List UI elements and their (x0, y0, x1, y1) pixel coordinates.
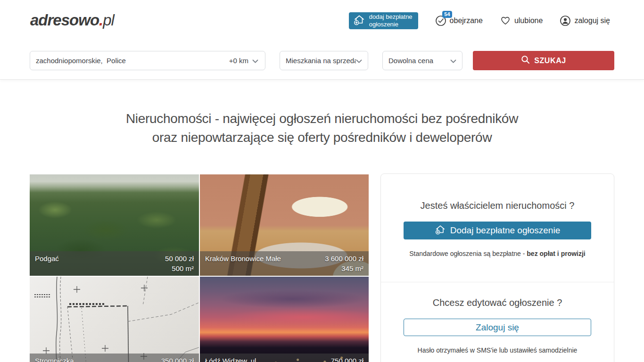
listing-price: 50 000 zł (165, 254, 194, 263)
chevron-down-icon (450, 57, 456, 65)
owner-note: Standardowe ogłoszenia są bezpłatne - be… (404, 250, 591, 257)
page: adresowo.pl dodaj bezpłatne ogłoszenie (0, 0, 644, 362)
listing-price: 3 600 000 zł (325, 254, 363, 263)
location-field: +0 km (30, 51, 265, 70)
viewed-check-icon: 54 (435, 15, 446, 26)
chevron-down-icon (356, 57, 362, 65)
owner-section: Jesteś właścicielem nieruchomości ? Doda… (381, 174, 614, 282)
viewed-label: obejrzane (450, 16, 483, 25)
add-free-listing-label: Dodaj bezpłatne ogłoszenie (450, 225, 560, 236)
add-free-listing-button[interactable]: Dodaj bezpłatne ogłoszenie (404, 222, 591, 239)
logo-dot: . (99, 11, 103, 29)
listing-name: Strompiczka (35, 356, 74, 362)
listing-area: 345 m² (205, 263, 363, 273)
listing-caption: Łódź Widzew, ul. 750 000 zł (200, 354, 369, 362)
listing-name: Podgać (35, 254, 59, 263)
house-plus-icon (353, 14, 365, 28)
add-listing-line1: dodaj bezpłatne (369, 13, 413, 20)
login-button[interactable]: Zaloguj się (404, 319, 591, 336)
page-title-line2: oraz niepowtarzające się oferty pośredni… (152, 130, 492, 145)
add-listing-button[interactable]: dodaj bezpłatne ogłoszenie (349, 12, 418, 29)
login-label: zaloguj się (574, 16, 610, 25)
logo-tld: pl (103, 11, 114, 29)
user-icon (560, 15, 571, 26)
listing-photo-survey-map (30, 277, 199, 362)
listing-card[interactable]: Strompiczka 350 000 zł (30, 277, 199, 362)
site-header: adresowo.pl dodaj bezpłatne ogłoszenie (0, 0, 644, 80)
chevron-down-icon (252, 57, 258, 65)
logo-brand: adresowo (30, 11, 99, 29)
listing-caption: Podgać 50 000 zł 500 m² (30, 251, 199, 276)
search-bar: +0 km Mieszkania na sprzeda Dowolna cena (30, 51, 614, 70)
owner-section-title: Jesteś właścicielem nieruchomości ? (404, 200, 591, 211)
owner-note-text: Standardowe ogłoszenia są bezpłatne - (409, 250, 527, 257)
page-title-line1: Nieruchomości - najwięcej ogłoszeń nieru… (126, 111, 518, 126)
price-value: Dowolna cena (388, 57, 433, 65)
search-button-label: SZUKAJ (534, 57, 566, 65)
category-value: Mieszkania na sprzeda (286, 57, 356, 65)
listing-price: 350 000 zł (161, 356, 194, 362)
radius-select[interactable]: +0 km (229, 57, 265, 65)
search-icon (521, 55, 530, 66)
price-select[interactable]: Dowolna cena (382, 51, 462, 70)
viewed-count-badge: 54 (442, 11, 452, 18)
location-input[interactable] (30, 51, 229, 70)
listing-photo-night-city (200, 277, 369, 362)
listings-grid: Podgać 50 000 zł 500 m² Kraków Bronowice… (30, 174, 369, 362)
login-button-label: Zaloguj się (476, 322, 519, 333)
edit-section-title: Chcesz edytować ogłoszenie ? (404, 297, 591, 308)
radius-value: +0 km (229, 57, 248, 65)
house-plus-icon (435, 224, 446, 238)
listing-name: Kraków Bronowice Małe (205, 254, 281, 263)
owner-panel: Jesteś właścicielem nieruchomości ? Doda… (380, 173, 614, 362)
edit-section: Chcesz edytować ogłoszenie ? Zaloguj się… (381, 282, 614, 354)
nav-item-favorites[interactable]: ulubione (500, 15, 543, 26)
search-button[interactable]: SZUKAJ (473, 51, 614, 70)
logo[interactable]: adresowo.pl (30, 11, 114, 29)
category-select[interactable]: Mieszkania na sprzeda (280, 51, 368, 70)
listing-card[interactable]: Kraków Bronowice Małe 3 600 000 zł 345 m… (200, 174, 369, 276)
survey-map-drawing (30, 277, 199, 362)
page-title: Nieruchomości - najwięcej ogłoszeń nieru… (0, 109, 644, 147)
add-listing-label: dodaj bezpłatne ogłoszenie (369, 13, 413, 29)
add-listing-line2: ogłoszenie (369, 21, 398, 28)
listing-name: Łódź Widzew, ul. (205, 356, 258, 362)
edit-note: Hasło otrzymałeś w SMS'ie lub ustawiłeś … (404, 346, 591, 354)
heart-icon (500, 15, 511, 26)
listing-area: 500 m² (35, 263, 194, 273)
listing-card[interactable]: Podgać 50 000 zł 500 m² (30, 174, 199, 276)
favorites-label: ulubione (514, 16, 543, 25)
nav-item-viewed[interactable]: 54 obejrzane (435, 15, 483, 26)
listing-card[interactable]: Łódź Widzew, ul. 750 000 zł (200, 277, 369, 362)
listing-price: 750 000 zł (331, 356, 363, 362)
top-nav: dodaj bezpłatne ogłoszenie 54 obejrzane (349, 12, 610, 29)
nav-item-login[interactable]: zaloguj się (560, 15, 610, 26)
listing-caption: Kraków Bronowice Małe 3 600 000 zł 345 m… (200, 251, 369, 276)
listing-caption: Strompiczka 350 000 zł (30, 354, 199, 362)
owner-note-bold: bez opłat i prowizji (527, 250, 585, 257)
